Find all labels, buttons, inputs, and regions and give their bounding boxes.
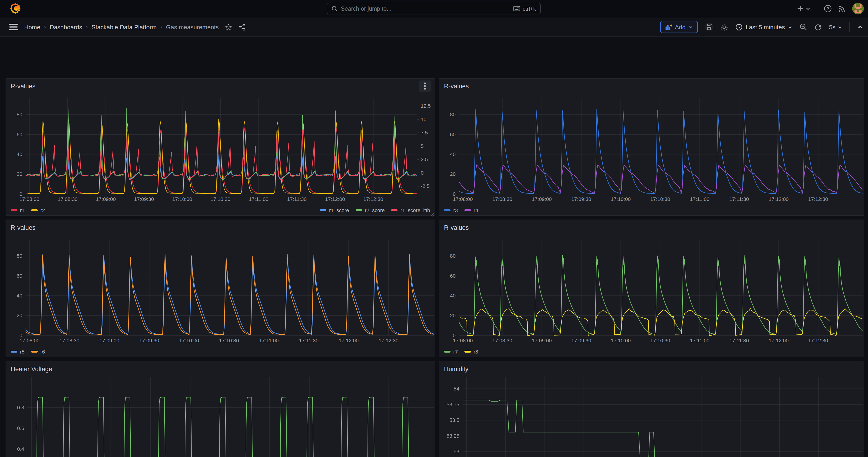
save-icon bbox=[705, 23, 712, 31]
panel-r-values-4: R-values17:08:0017:08:3017:09:0017:09:30… bbox=[439, 219, 864, 357]
menu-toggle-button[interactable] bbox=[9, 24, 18, 30]
chart-r-values-3[interactable]: 17:08:0017:08:3017:09:0017:09:3017:10:00… bbox=[6, 220, 436, 358]
legend-item-r7[interactable]: r7 bbox=[444, 349, 458, 355]
zoom-out-icon bbox=[800, 23, 807, 31]
panel-title-r-values-2[interactable]: R-values bbox=[444, 83, 469, 90]
dashboard-toolbar: Home › Dashboards › Stackable Data Platf… bbox=[0, 18, 868, 37]
top-bar: Search or jump to... ctrl+k ? bbox=[0, 0, 868, 17]
grafana-logo-icon[interactable] bbox=[9, 2, 21, 14]
legend-swatch bbox=[464, 209, 471, 211]
legend-swatch bbox=[355, 209, 362, 211]
refresh-icon bbox=[815, 24, 822, 30]
legend-item-r2_score[interactable]: r2_score bbox=[355, 208, 385, 213]
share-button[interactable] bbox=[239, 24, 246, 30]
time-range-picker[interactable]: Last 5 minutes bbox=[735, 24, 792, 30]
chart-r-values-4[interactable]: 17:08:0017:08:3017:09:0017:09:3017:10:00… bbox=[439, 220, 865, 358]
add-panel-button[interactable]: Add bbox=[660, 21, 698, 33]
x-tick-label: 17:10:00 bbox=[611, 338, 631, 343]
legend-label: r5 bbox=[20, 349, 25, 355]
chevron-up-icon bbox=[857, 24, 863, 30]
dashboard-settings-button[interactable] bbox=[720, 23, 728, 31]
y-tick-label: 60 bbox=[450, 273, 456, 279]
breadcrumb-folder[interactable]: Stackable Data Platform bbox=[92, 24, 157, 30]
clock-icon bbox=[735, 24, 742, 30]
legend-r-values-3: r5r6 bbox=[11, 347, 430, 356]
breadcrumb-home[interactable]: Home bbox=[24, 24, 40, 30]
search-input[interactable]: Search or jump to... ctrl+k bbox=[327, 3, 541, 14]
user-avatar[interactable] bbox=[852, 3, 864, 14]
legend-item-r2[interactable]: r2 bbox=[31, 208, 45, 213]
x-tick-label: 17:10:00 bbox=[611, 196, 631, 202]
chart-r-values-2[interactable]: 17:08:0017:08:3017:09:0017:09:3017:10:00… bbox=[439, 79, 865, 216]
breadcrumb-dashboards[interactable]: Dashboards bbox=[50, 24, 82, 30]
legend-item-r5[interactable]: r5 bbox=[11, 349, 25, 355]
panel-r-values-2: R-values17:08:0017:08:3017:09:0017:09:30… bbox=[439, 78, 864, 216]
legend-item-r6[interactable]: r6 bbox=[31, 349, 45, 355]
star-icon bbox=[225, 24, 232, 30]
legend-label: r2 bbox=[40, 208, 45, 213]
legend-item-r1[interactable]: r1 bbox=[11, 208, 25, 213]
series-humidity bbox=[463, 400, 864, 457]
legend-item-r1_score[interactable]: r1_score bbox=[320, 208, 349, 213]
y-tick-label: 0.8 bbox=[17, 405, 24, 410]
x-tick-label: 17:08:00 bbox=[453, 338, 473, 343]
legend-item-r4[interactable]: r4 bbox=[464, 208, 478, 213]
y-tick-label: 60 bbox=[450, 132, 456, 138]
breadcrumb-separator: › bbox=[86, 24, 88, 30]
legend-item-r1_score_lttb[interactable]: r1_score_lttb bbox=[391, 208, 430, 213]
chart-humidity[interactable]: 17:08:0017:08:3017:09:0017:09:3017:10:00… bbox=[439, 361, 865, 457]
y-tick-label: 40 bbox=[17, 293, 22, 299]
chart-heater-voltage[interactable]: 17:08:0017:08:3017:09:0017:09:3017:10:00… bbox=[6, 361, 436, 457]
x-tick-label: 17:09:00 bbox=[532, 338, 552, 343]
chart-r-values-1[interactable]: 17:08:0017:08:3017:09:0017:09:3017:10:00… bbox=[6, 79, 436, 216]
favorite-button[interactable] bbox=[225, 24, 232, 30]
new-dropdown-button[interactable] bbox=[797, 5, 810, 12]
collapse-toolbar-button[interactable] bbox=[857, 24, 863, 30]
x-tick-label: 17:11:30 bbox=[730, 196, 749, 202]
panel-title-r-values-4[interactable]: R-values bbox=[444, 224, 469, 231]
y-tick-label: 53.5 bbox=[450, 417, 459, 423]
keyboard-icon bbox=[513, 6, 520, 11]
x-tick-label: 17:11:30 bbox=[730, 338, 749, 343]
x-tick-label: 17:08:30 bbox=[492, 338, 512, 343]
y-tick-label: 53.75 bbox=[446, 402, 459, 407]
legend-item-r3[interactable]: r3 bbox=[444, 208, 458, 213]
x-tick-label: 17:11:30 bbox=[299, 338, 318, 343]
panel-r-values-3: R-values17:08:0017:08:3017:09:0017:09:30… bbox=[6, 219, 435, 357]
x-tick-label: 17:12:30 bbox=[808, 196, 828, 202]
y-tick-label: 0.6 bbox=[17, 425, 24, 431]
legend-item-r8[interactable]: r8 bbox=[464, 349, 478, 355]
y-tick-label: 54 bbox=[454, 386, 459, 392]
x-tick-label: 17:08:00 bbox=[453, 196, 473, 202]
help-button[interactable]: ? bbox=[824, 5, 832, 12]
panel-menu-button[interactable] bbox=[419, 81, 431, 92]
add-panel-icon bbox=[665, 24, 672, 30]
y-tick-label: 60 bbox=[17, 132, 22, 138]
news-button[interactable] bbox=[838, 5, 846, 12]
x-tick-label: 17:09:30 bbox=[139, 338, 159, 343]
panel-title-r-values-3[interactable]: R-values bbox=[11, 224, 36, 231]
x-tick-label: 17:10:30 bbox=[210, 196, 230, 202]
refresh-interval-label: 5s bbox=[829, 24, 835, 30]
right-y-tick-label: 5 bbox=[421, 143, 424, 149]
panel-title-heater-voltage[interactable]: Heater Voltage bbox=[11, 365, 52, 372]
share-icon bbox=[239, 24, 246, 30]
panel-resize-handle[interactable] bbox=[430, 210, 434, 215]
panel-title-humidity[interactable]: Humidity bbox=[444, 365, 468, 372]
gear-icon bbox=[720, 23, 728, 31]
right-y-tick-label: 12.5 bbox=[421, 103, 431, 109]
save-dashboard-button[interactable] bbox=[705, 23, 712, 31]
y-tick-label: 20 bbox=[17, 312, 22, 318]
x-tick-label: 17:09:30 bbox=[571, 196, 591, 202]
y-tick-label: 20 bbox=[450, 312, 456, 318]
search-icon bbox=[332, 6, 338, 12]
refresh-interval-picker[interactable]: 5s bbox=[829, 24, 842, 30]
y-tick-label: 20 bbox=[450, 171, 456, 177]
y-tick-label: 0 bbox=[453, 333, 456, 338]
refresh-button[interactable] bbox=[815, 24, 822, 30]
legend-label: r6 bbox=[40, 349, 45, 355]
y-tick-label: 40 bbox=[450, 293, 456, 299]
zoom-out-button[interactable] bbox=[800, 23, 807, 31]
panel-title-r-values-1[interactable]: R-values bbox=[11, 83, 36, 90]
x-tick-label: 17:09:00 bbox=[532, 196, 552, 202]
